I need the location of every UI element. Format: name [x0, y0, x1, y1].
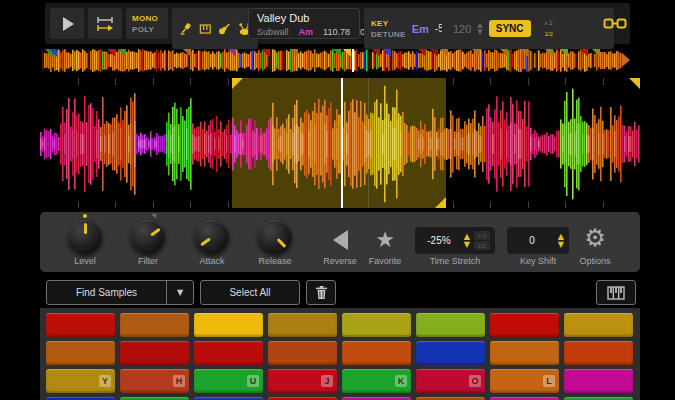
- sample-pad[interactable]: [490, 341, 559, 365]
- time-stretch-control[interactable]: -25% ▲ ▼ x 2 1/2: [415, 227, 495, 254]
- next-region-handle[interactable]: [629, 78, 640, 89]
- waveform-editor[interactable]: [40, 78, 640, 208]
- gear-icon: ⚙: [584, 224, 606, 252]
- tempo-double-button[interactable]: x 2: [541, 19, 557, 28]
- time-stretch-value: -25%: [420, 235, 458, 246]
- slice-flag[interactable]: [183, 49, 191, 57]
- sample-pad[interactable]: [268, 341, 337, 365]
- delete-button[interactable]: [306, 280, 336, 305]
- slice-flag[interactable]: [418, 49, 426, 57]
- sample-pad[interactable]: [120, 341, 189, 365]
- waveform-overview[interactable]: [42, 49, 622, 72]
- sample-pad[interactable]: [194, 313, 263, 337]
- overview-playhead[interactable]: [352, 49, 354, 72]
- voice-mode-button[interactable]: MONO POLY: [126, 8, 168, 39]
- reverse-button[interactable]: [325, 227, 355, 253]
- slice-flag[interactable]: [472, 49, 480, 57]
- microphone-icon[interactable]: [179, 22, 192, 36]
- song-bpm: 110.78: [323, 27, 350, 37]
- slice-flag[interactable]: [372, 49, 380, 57]
- sample-pad[interactable]: Y: [46, 369, 115, 393]
- play-button[interactable]: [50, 8, 84, 39]
- playhead[interactable]: [341, 78, 343, 208]
- slice-flag[interactable]: [430, 49, 438, 57]
- key-detune-control[interactable]: KEY DETUNE Em -5 ▲ ▼: [364, 8, 452, 49]
- slice-flag[interactable]: [560, 49, 568, 57]
- slice-flag[interactable]: [290, 49, 298, 57]
- level-knob[interactable]: [68, 220, 102, 254]
- select-all-button[interactable]: Select All: [200, 280, 300, 305]
- pad-row: YHUJKOL: [46, 369, 634, 393]
- favorite-button[interactable]: ★: [370, 225, 400, 253]
- selection-start-handle[interactable]: [232, 78, 243, 89]
- key-shift-control[interactable]: 0 ▲ ▼: [507, 227, 569, 254]
- sample-pad[interactable]: [490, 313, 559, 337]
- time-stretch-down-button[interactable]: ▼: [464, 241, 470, 249]
- slice-flag[interactable]: [49, 49, 57, 57]
- sample-pad[interactable]: [342, 313, 411, 337]
- options-button[interactable]: ⚙: [580, 223, 610, 253]
- slice-flag[interactable]: [262, 49, 270, 57]
- instrument-toolbar: [172, 8, 258, 49]
- sync-button[interactable]: SYNC: [489, 20, 531, 37]
- slice-flag[interactable]: [500, 49, 508, 57]
- release-knob[interactable]: [258, 220, 292, 254]
- sample-pad[interactable]: [342, 341, 411, 365]
- slice-flag[interactable]: [545, 49, 553, 57]
- tempo-down-button[interactable]: ▼: [477, 29, 482, 36]
- sample-pad[interactable]: K: [342, 369, 411, 393]
- knob-pointer: [84, 223, 87, 234]
- song-info[interactable]: Valley Dub Subwall Am 110.78 02:23: [248, 8, 360, 39]
- link-icon: [603, 17, 627, 30]
- slice-flag[interactable]: [333, 49, 341, 57]
- slice-flag[interactable]: [107, 49, 115, 57]
- find-samples-dropdown[interactable]: Find Samples ▼: [46, 280, 194, 305]
- sample-pad[interactable]: [194, 341, 263, 365]
- sample-pad[interactable]: [416, 313, 485, 337]
- detune-label[interactable]: DETUNE: [371, 30, 406, 39]
- slice-flag[interactable]: [440, 49, 448, 57]
- sample-pad[interactable]: L: [490, 369, 559, 393]
- knob-pointer: [276, 238, 286, 248]
- guitar-icon[interactable]: [218, 22, 231, 36]
- keyboard-view-button[interactable]: [596, 280, 636, 305]
- piano-icon[interactable]: [199, 22, 212, 36]
- mono-label: MONO: [132, 14, 158, 23]
- filter-knob[interactable]: [131, 220, 165, 254]
- slice-flag[interactable]: [580, 49, 588, 57]
- stretch-double-button[interactable]: x 2: [474, 231, 490, 240]
- sample-pad[interactable]: [268, 313, 337, 337]
- selection-end-handle[interactable]: [435, 197, 446, 208]
- sample-pad[interactable]: U: [194, 369, 263, 393]
- tempo-value[interactable]: 120: [453, 23, 471, 35]
- key-label: KEY: [371, 19, 388, 28]
- sample-pad[interactable]: H: [120, 369, 189, 393]
- slice-flag[interactable]: [118, 49, 126, 57]
- sample-pad[interactable]: [46, 313, 115, 337]
- sample-pad[interactable]: [564, 369, 633, 393]
- sample-pad[interactable]: [416, 341, 485, 365]
- poly-label[interactable]: POLY: [132, 25, 154, 34]
- sample-pad[interactable]: [564, 341, 633, 365]
- key-shift-down-button[interactable]: ▼: [558, 241, 564, 249]
- slice-flag[interactable]: [228, 49, 236, 57]
- sample-pad[interactable]: [564, 313, 633, 337]
- song-title: Valley Dub: [257, 12, 351, 25]
- slice-flag[interactable]: [383, 49, 391, 57]
- slice-flag[interactable]: [520, 49, 528, 57]
- sample-pad[interactable]: [120, 313, 189, 337]
- link-button[interactable]: [602, 12, 628, 34]
- key-value: Em: [412, 23, 429, 35]
- slice-flag[interactable]: [592, 49, 600, 57]
- time-stretch-label: Time Stretch: [415, 256, 495, 266]
- sample-pad[interactable]: J: [268, 369, 337, 393]
- sample-pad[interactable]: [46, 341, 115, 365]
- loop-mode-button[interactable]: [88, 8, 122, 39]
- stretch-half-button[interactable]: 1/2: [474, 241, 490, 250]
- sample-pad[interactable]: O: [416, 369, 485, 393]
- tempo-half-button[interactable]: 1/2: [541, 30, 557, 39]
- waveform-canvas: [40, 78, 640, 208]
- slice-flag[interactable]: [343, 49, 351, 57]
- attack-knob[interactable]: [195, 220, 229, 254]
- overview-end-arrow: [622, 53, 630, 67]
